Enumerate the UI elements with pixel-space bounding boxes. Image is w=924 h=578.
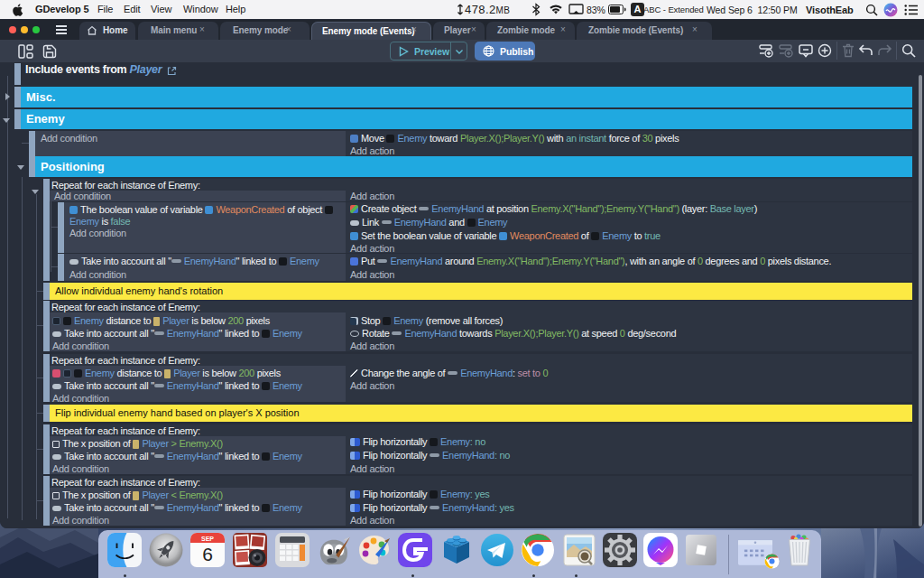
svg-text:6: 6 xyxy=(202,544,213,564)
svg-text:SEP: SEP xyxy=(201,536,214,542)
